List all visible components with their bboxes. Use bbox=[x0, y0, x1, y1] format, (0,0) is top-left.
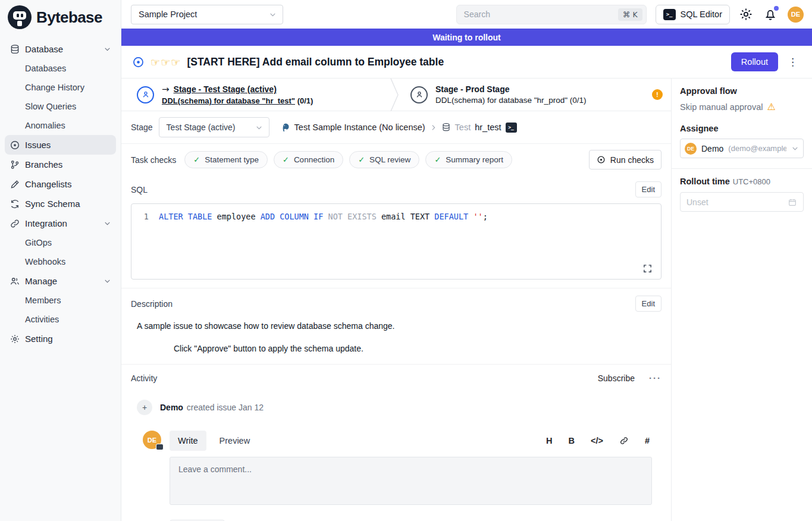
sql-token: DEFAULT bbox=[434, 212, 468, 221]
open-sql-editor-icon[interactable]: >_ bbox=[506, 123, 517, 133]
sidebar-item-database[interactable]: Database bbox=[5, 39, 116, 59]
sidebar-item-branches[interactable]: Branches bbox=[5, 155, 116, 174]
task-check-label: Summary report bbox=[446, 155, 503, 164]
instance-name[interactable]: Test Sample Instance (No license) bbox=[294, 123, 425, 132]
sidebar-item-issues[interactable]: Issues bbox=[5, 135, 116, 155]
approval-flow-value: Skip manual approval bbox=[680, 102, 763, 112]
description-edit-button[interactable]: Edit bbox=[635, 296, 661, 312]
sql-token: employee bbox=[212, 212, 260, 221]
rollout-time-input[interactable]: Unset bbox=[680, 192, 804, 212]
user-avatar[interactable]: DE bbox=[788, 7, 804, 23]
sidebar-item-members[interactable]: Members bbox=[5, 291, 116, 310]
database-name[interactable]: hr_test bbox=[475, 123, 501, 132]
sidebar-item-integration[interactable]: Integration bbox=[5, 214, 116, 233]
link-icon[interactable] bbox=[619, 436, 629, 445]
sidebar-item-activities[interactable]: Activities bbox=[5, 310, 116, 329]
rollout-timezone: UTC+0800 bbox=[733, 177, 770, 186]
sidebar-item-label: Setting bbox=[25, 334, 53, 344]
brand-name: Bytebase bbox=[36, 8, 102, 27]
run-checks-button[interactable]: Run checks bbox=[589, 150, 661, 170]
chevron-down-icon bbox=[104, 277, 111, 285]
tab-write[interactable]: Write bbox=[170, 431, 206, 451]
sql-editor[interactable]: 1 ALTER TABLE employee ADD COLUMN IF NOT… bbox=[131, 203, 661, 280]
description-section: Description Edit A sample issue to showc… bbox=[121, 288, 671, 365]
check-icon: ✓ bbox=[283, 155, 289, 164]
description-body: A sample issue to showcase how to review… bbox=[131, 312, 661, 353]
task-check-statement-type[interactable]: ✓Statement type bbox=[184, 151, 268, 168]
expand-editor-icon[interactable] bbox=[642, 263, 653, 274]
rollout-button[interactable]: Rollout bbox=[731, 52, 778, 71]
issue-title: [START HERE] Add email column to Employe… bbox=[187, 56, 444, 68]
task-check-connection[interactable]: ✓Connection bbox=[274, 151, 343, 168]
description-title: Description bbox=[131, 299, 173, 309]
comment-input[interactable] bbox=[170, 457, 652, 505]
activity-menu-icon[interactable]: ··· bbox=[649, 373, 661, 383]
sidebar-item-setting[interactable]: Setting bbox=[5, 329, 116, 349]
sidebar-item-label: Changelists bbox=[25, 179, 71, 189]
pointing-emoji: ☞☞☞ bbox=[151, 56, 181, 68]
sidebar-item-label: Webhooks bbox=[25, 257, 65, 266]
sidebar-item-slow-queries[interactable]: Slow Queries bbox=[5, 97, 116, 116]
attention-badge: ! bbox=[652, 89, 663, 100]
task-check-pills: ✓Statement type✓Connection✓SQL review✓Su… bbox=[184, 151, 512, 168]
assignee-avatar: DE bbox=[685, 143, 697, 155]
line-number: 1 bbox=[131, 211, 159, 222]
topbar: Sample Project Search ⌘ K >_ SQL Editor bbox=[121, 0, 812, 29]
chevron-down-icon bbox=[104, 219, 111, 227]
sidebar-item-label: Slow Queries bbox=[25, 102, 76, 111]
brand-logo[interactable]: Bytebase bbox=[0, 0, 121, 34]
check-icon: ✓ bbox=[193, 155, 200, 164]
notifications-bell-icon[interactable] bbox=[763, 7, 779, 22]
stage-task: DDL(schema) for database "hr_test" bbox=[162, 96, 295, 105]
main-column: Sample Project Search ⌘ K >_ SQL Editor bbox=[121, 0, 812, 521]
sql-token: ALTER TABLE bbox=[159, 212, 212, 221]
stage-task: DDL(schema) for database "hr_prod" bbox=[435, 96, 568, 105]
sql-edit-button[interactable]: Edit bbox=[635, 181, 661, 197]
sql-token: NOT EXISTS bbox=[328, 212, 377, 221]
panel-divider bbox=[672, 168, 812, 169]
task-check-summary-report[interactable]: ✓Summary report bbox=[425, 151, 512, 168]
issue-sidebar: Approval flow Skip manual approval ⚠ Ass… bbox=[671, 79, 812, 521]
stage-select[interactable]: Test Stage (active) bbox=[159, 117, 269, 137]
heading-icon[interactable]: H bbox=[546, 436, 552, 445]
stage-task-count: (0/1) bbox=[297, 96, 313, 105]
sidebar-item-anomalies[interactable]: Anomalies bbox=[5, 116, 116, 135]
sidebar-item-label: Sync Schema bbox=[25, 199, 80, 209]
link-icon bbox=[10, 218, 20, 229]
tab-preview[interactable]: Preview bbox=[211, 431, 259, 451]
branch-icon bbox=[10, 159, 20, 170]
stage-card-prod[interactable]: Stage - Prod Stage DDL(schema) for datab… bbox=[399, 79, 671, 111]
sidebar-item-databases[interactable]: Databases bbox=[5, 59, 116, 78]
code-icon[interactable]: </> bbox=[591, 436, 603, 445]
bold-icon[interactable]: B bbox=[568, 436, 574, 445]
sidebar-item-changelists[interactable]: Changelists bbox=[5, 174, 116, 194]
task-check-label: Statement type bbox=[205, 155, 259, 164]
sidebar-item-label: Issues bbox=[25, 140, 51, 150]
more-actions-kebab-icon[interactable]: ⋮ bbox=[784, 56, 801, 68]
project-select[interactable]: Sample Project bbox=[131, 5, 283, 24]
subscribe-button[interactable]: Subscribe bbox=[598, 374, 635, 383]
sql-editor-button[interactable]: >_ SQL Editor bbox=[656, 5, 730, 24]
sidebar-item-sync-schema[interactable]: Sync Schema bbox=[5, 194, 116, 214]
app-root: Bytebase DatabaseDatabasesChange History… bbox=[0, 0, 812, 521]
stage-select-value: Test Stage (active) bbox=[167, 123, 236, 132]
search-input[interactable]: Search ⌘ K bbox=[456, 5, 647, 24]
stage-card-test[interactable]: →Stage - Test Stage (active) DDL(schema)… bbox=[121, 79, 390, 111]
hash-icon[interactable]: # bbox=[645, 436, 650, 445]
status-banner: Waiting to rollout bbox=[121, 29, 812, 46]
assignee-person-icon bbox=[410, 86, 428, 103]
sidebar-item-manage[interactable]: Manage bbox=[5, 271, 116, 291]
assignee-name: Demo bbox=[701, 144, 723, 153]
sql-section-title: SQL bbox=[131, 185, 148, 194]
plus-icon: + bbox=[137, 400, 152, 415]
sidebar-item-change-history[interactable]: Change History bbox=[5, 78, 116, 97]
sidebar-item-label: Members bbox=[25, 296, 61, 305]
assignee-select[interactable]: DE Demo (demo@example bbox=[680, 139, 804, 158]
sql-token bbox=[323, 212, 328, 221]
settings-gear-icon[interactable] bbox=[739, 7, 754, 22]
activity-author[interactable]: Demo bbox=[160, 403, 183, 412]
task-check-sql-review[interactable]: ✓SQL review bbox=[349, 151, 419, 168]
sql-statement: ALTER TABLE employee ADD COLUMN IF NOT E… bbox=[159, 211, 488, 222]
sidebar-item-gitops[interactable]: GitOps bbox=[5, 233, 116, 252]
sidebar-item-webhooks[interactable]: Webhooks bbox=[5, 252, 116, 271]
